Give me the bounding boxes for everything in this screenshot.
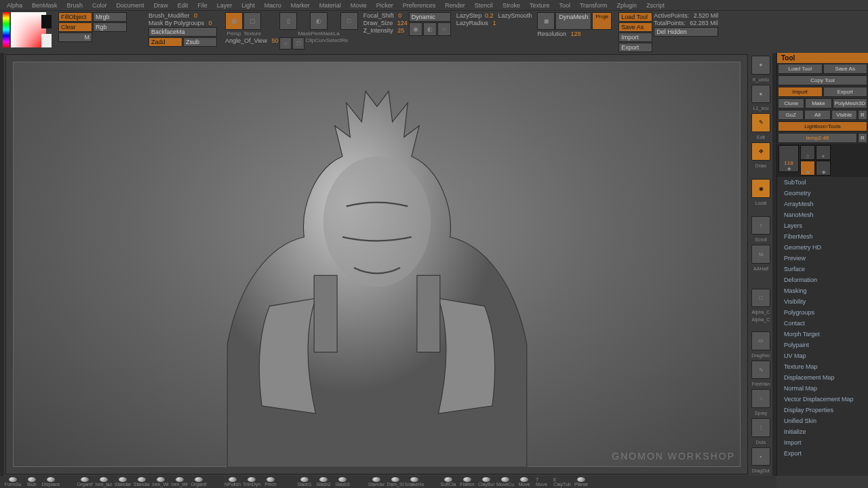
- section-preview[interactable]: Preview: [777, 253, 868, 264]
- import-mini-button[interactable]: Import: [618, 33, 652, 42]
- dyn-a-icon[interactable]: ◉: [409, 22, 422, 36]
- section-nanomesh[interactable]: NanoMesh: [777, 209, 868, 220]
- zadd-button[interactable]: Zadd: [149, 37, 182, 47]
- menu-edit[interactable]: Edit: [174, 2, 193, 9]
- swatch-secondary[interactable]: [41, 15, 52, 28]
- thumb-cylinder[interactable]: ▯: [800, 145, 815, 160]
- swatch-primary[interactable]: [41, 34, 52, 47]
- section-polypaint[interactable]: Polypaint: [777, 340, 868, 350]
- r-button[interactable]: R: [858, 110, 867, 120]
- section-import[interactable]: Import: [777, 437, 868, 448]
- brush-ben_wr[interactable]: ben_Wr: [172, 477, 187, 487]
- section-displacementmap[interactable]: Displacement Map: [777, 372, 868, 383]
- section-deformation[interactable]: Deformation: [777, 274, 868, 285]
- erase-icon[interactable]: ▯: [279, 12, 297, 30]
- brush-slash1[interactable]: Slash1: [297, 477, 312, 487]
- make-button[interactable]: Make: [805, 98, 831, 108]
- brush-movecu[interactable]: MoveCu: [498, 477, 513, 487]
- dynamesh-thumb-icon[interactable]: ◼: [537, 12, 555, 30]
- brush-move[interactable]: Move: [517, 477, 532, 487]
- hue-strip[interactable]: [3, 12, 9, 47]
- proje-button[interactable]: Proje: [592, 12, 612, 30]
- dots-icon[interactable]: ⋮: [751, 418, 770, 437]
- menu-render[interactable]: Render: [441, 2, 469, 9]
- dragdot-icon[interactable]: •: [751, 447, 770, 466]
- drawsize-label[interactable]: Draw_Size 124: [363, 20, 408, 26]
- section-contact[interactable]: Contact: [777, 318, 868, 329]
- dragrec-icon[interactable]: ▭: [751, 331, 770, 350]
- brush-organif[interactable]: Organif: [77, 477, 92, 487]
- local-icon[interactable]: ◉: [751, 179, 770, 198]
- texture-icon[interactable]: ▢: [243, 12, 261, 30]
- section-fibermesh[interactable]: FiberMesh: [777, 231, 868, 242]
- copytool-panel-button[interactable]: Copy Tool: [778, 75, 867, 85]
- thumb-simpleb[interactable]: ◆: [800, 161, 815, 176]
- export-panel-button[interactable]: Export: [823, 87, 868, 97]
- menu-macro[interactable]: Macro: [260, 2, 285, 9]
- menu-preferences[interactable]: Preferences: [399, 2, 440, 9]
- lazyradius-label[interactable]: LazyRadius 1: [456, 20, 532, 26]
- section-visibility[interactable]: Visibility: [777, 296, 868, 307]
- menu-picker[interactable]: Picker: [372, 2, 397, 9]
- loadtool-button[interactable]: Load Tool: [618, 12, 652, 22]
- menu-stencil[interactable]: Stencil: [471, 2, 497, 9]
- rgb-button[interactable]: Rgb: [93, 22, 127, 32]
- scroll-icon[interactable]: ↕: [751, 216, 770, 235]
- zsub-button[interactable]: Zsub: [183, 37, 217, 47]
- maskpolygroups-label[interactable]: Mask By Polygroups 0: [149, 20, 217, 26]
- section-geometryhd[interactable]: Geometry HD: [777, 242, 868, 253]
- section-morphtarget[interactable]: Morph Target: [777, 329, 868, 340]
- brush-ben_wr[interactable]: ben_Wr: [153, 477, 168, 487]
- brush-standar[interactable]: Standar: [369, 477, 384, 487]
- section-polygroups[interactable]: Polygroups: [777, 307, 868, 318]
- brush-snakeho[interactable]: SnakeHo: [407, 477, 422, 487]
- clear-button[interactable]: Clear: [58, 22, 92, 32]
- menu-movie[interactable]: Movie: [347, 2, 371, 9]
- menu-material[interactable]: Material: [315, 2, 345, 9]
- section-surface[interactable]: Surface: [777, 264, 868, 274]
- section-normalmap[interactable]: Normal Map: [777, 383, 868, 394]
- mrgb-button[interactable]: Mrgb: [93, 12, 127, 22]
- menu-light[interactable]: Light: [237, 2, 259, 9]
- section-masking[interactable]: Masking: [777, 285, 868, 296]
- section-geometry[interactable]: Geometry: [777, 188, 868, 199]
- brush-organif[interactable]: Organif: [191, 477, 206, 487]
- brush-formso[interactable]: FormSo: [5, 477, 20, 487]
- menu-stroke[interactable]: Stroke: [498, 2, 524, 9]
- draw-icon[interactable]: ✥: [751, 142, 770, 161]
- brush-displace[interactable]: Displace: [43, 477, 58, 487]
- section-layers[interactable]: Layers: [777, 220, 868, 231]
- edit-icon[interactable]: ✎: [751, 113, 770, 132]
- brush-softcla[interactable]: SoftCla: [441, 477, 456, 487]
- focal-label[interactable]: Focal_Shift 0: [363, 12, 408, 19]
- kundo-icon[interactable]: ●: [751, 56, 770, 75]
- loadtool-panel-button[interactable]: Load Tool: [778, 64, 823, 74]
- viewport[interactable]: GNOMON WORKSHOP: [5, 54, 748, 474]
- freehan-icon[interactable]: ∿: [751, 361, 770, 380]
- dyn-c-icon[interactable]: ○: [437, 22, 451, 36]
- brush-standar[interactable]: Standar: [134, 477, 149, 487]
- menu-document[interactable]: Document: [113, 2, 149, 9]
- brush-flatten[interactable]: Flatten: [460, 477, 475, 487]
- brush-trimdyn[interactable]: TrimDyn: [244, 477, 259, 487]
- export-mini-button[interactable]: Export: [618, 43, 652, 52]
- brush-ben_laz[interactable]: ben_laz: [96, 477, 111, 487]
- lazystep-label[interactable]: LazyStep: [456, 12, 482, 19]
- saveas-button[interactable]: Save As: [618, 22, 652, 32]
- brush-slash3[interactable]: Slash3: [335, 477, 350, 487]
- color-picker[interactable]: [3, 12, 57, 53]
- section-initialize[interactable]: Initialize: [777, 426, 868, 437]
- dynamesh-button[interactable]: DynaMesh: [555, 12, 591, 30]
- menu-tool[interactable]: Tool: [555, 2, 574, 9]
- thumb-temp2[interactable]: ◆: [816, 161, 831, 176]
- section-export[interactable]: Export: [777, 448, 868, 459]
- brush-slash2[interactable]: Slash2: [316, 477, 331, 487]
- m-button[interactable]: M: [58, 33, 92, 42]
- backface-button[interactable]: BackfaceMa: [149, 27, 217, 37]
- aahalf-icon[interactable]: ½: [751, 245, 770, 264]
- brush-standar[interactable]: Standar: [115, 477, 130, 487]
- alpha-c-icon[interactable]: □: [751, 289, 770, 308]
- menu-texture[interactable]: Texture: [526, 2, 554, 9]
- import-panel-button[interactable]: Import: [778, 87, 823, 97]
- clone-button[interactable]: Clone: [778, 98, 804, 108]
